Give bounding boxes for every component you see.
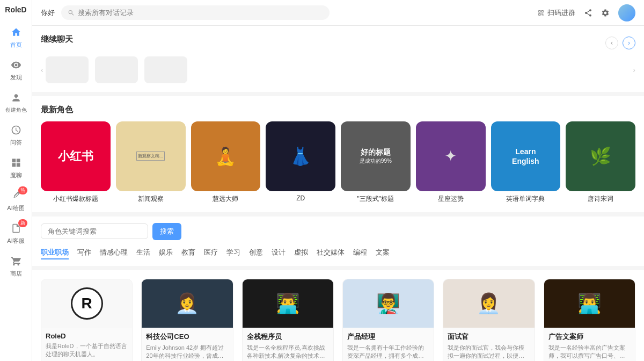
tag-entertainment[interactable]: 娱乐 (159, 247, 173, 259)
sidebar-item-discover[interactable]: 发现 (0, 53, 32, 86)
tag-medical[interactable]: 医疗 (204, 247, 218, 259)
continue-chat-title: 继续聊天 (41, 34, 73, 45)
settings-btn[interactable] (601, 9, 610, 17)
sidebar-home-label: 首页 (10, 41, 22, 49)
char-name: 星座运势 (416, 194, 486, 204)
sidebar-item-magic[interactable]: 魔聊 (0, 151, 32, 184)
char-card-english[interactable]: LearnEnglish 英语单词字典 (491, 121, 561, 204)
char-card-interviewer[interactable]: 👩‍💼 面试官 我是你的面试官，我会与你模拟一遍你的面试过程，以便你更好的...… (443, 279, 535, 361)
scroll-left[interactable]: ‹ (41, 66, 43, 74)
scan-icon (537, 9, 545, 17)
person-icon (9, 90, 24, 105)
greeting-text: 你好 (41, 8, 55, 18)
char-name: ZD (266, 194, 335, 202)
header: 你好 扫码进群 (32, 0, 644, 26)
char-card-ad-writer[interactable]: 👨‍💻 广告文案师 我是一名经验丰富的广告文案师，我可以撰写广告口号、标语、宣.… (544, 279, 635, 361)
char-card-product-mgr[interactable]: 👨‍🏫 产品经理 我是一名拥有十年工作经验的资深产品经理，拥有多个成功产品经..… (342, 279, 434, 361)
sidebar-service-label: AI客服 (7, 237, 24, 245)
settings-icon (601, 9, 610, 17)
tag-creative[interactable]: 创意 (249, 247, 263, 259)
latest-chars-section: 最新角色 小红书 小红书爆款标题 新观察文稿... 新闻观察 (32, 96, 644, 212)
card-desc: 我是一名经验丰富的广告文案师，我可以撰写广告口号、标语、宣... (548, 344, 631, 360)
chat-item[interactable] (144, 56, 187, 83)
filter-section: 搜索 职业职场 写作 情感心理 生活 娱乐 教育 医疗 学习 创意 设计 虚拟 … (32, 216, 644, 266)
home-icon (9, 25, 24, 40)
filter-search-button[interactable]: 搜索 (152, 223, 181, 240)
card-desc: Emily Johnson 42岁 拥有超过20年的科技行业经验，曾成功领导多.… (146, 344, 228, 360)
scan-label: 扫码进群 (547, 8, 575, 18)
search-bar[interactable] (61, 5, 330, 20)
char-name: 唐诗宋词 (566, 194, 635, 204)
tag-emotion[interactable]: 情感心理 (100, 247, 128, 259)
card-desc: 我是一名全栈程序员,喜欢挑战各种新技术,解决复杂的技术问题，... (247, 344, 329, 360)
tag-learning[interactable]: 学习 (226, 247, 240, 259)
card-desc: 我是RoleD，一个基于自然语言处理的聊天机器人。 (46, 342, 128, 359)
scan-btn[interactable]: 扫码进群 (537, 8, 575, 18)
continue-chat-section: 继续聊天 ‹ › ‹ › (32, 26, 644, 92)
search-icon (68, 9, 75, 17)
scroll-right[interactable]: › (633, 66, 635, 74)
latest-chars-title: 最新角色 (41, 105, 73, 114)
sidebar-discover-label: 发现 (10, 74, 22, 82)
tag-education[interactable]: 教育 (181, 247, 195, 259)
sidebar-item-qa[interactable]: 问答 (0, 118, 32, 151)
eye-icon (9, 57, 24, 73)
char-card-poetry[interactable]: 🌿 唐诗宋词 (566, 121, 635, 204)
card-desc: 我是一名拥有十年工作经验的资深产品经理，拥有多个成功产品经... (347, 344, 429, 360)
card-name: 产品经理 (347, 332, 429, 342)
sidebar-magic-label: 魔聊 (10, 171, 22, 179)
sidebar-item-shop[interactable]: 商店 (0, 249, 32, 282)
char-card-news[interactable]: 新观察文稿... 新闻观察 (116, 121, 186, 204)
chars-row: 小红书 小红书爆款标题 新观察文稿... 新闻观察 🧘 (41, 121, 635, 204)
char-card-full-stack[interactable]: 👨‍💻 全栈程序员 我是一名全栈程序员,喜欢挑战各种新技术,解决复杂的技术问题，… (242, 279, 334, 361)
clock-icon (9, 122, 24, 138)
sidebar-draw-label: AI绘图 (7, 204, 24, 212)
share-btn[interactable] (584, 9, 592, 17)
filter-tags: 职业职场 写作 情感心理 生活 娱乐 教育 医疗 学习 创意 设计 虚拟 社交媒… (41, 247, 635, 259)
sidebar-item-ai-service[interactable]: 新 AI客服 (0, 216, 32, 249)
card-name: 科技公司CEO (146, 332, 228, 342)
sidebar-item-home[interactable]: 首页 (0, 20, 32, 53)
char-grid: R RoleD 我是RoleD，一个基于自然语言处理的聊天机器人。 @RoleD… (32, 270, 644, 361)
next-arrow[interactable]: › (623, 37, 635, 49)
chat-item[interactable] (95, 56, 138, 83)
hot-badge: 热 (18, 186, 27, 194)
search-input[interactable] (78, 9, 323, 17)
share-icon (584, 9, 592, 17)
nav-arrows: ‹ › (605, 37, 635, 49)
chat-item[interactable] (46, 56, 89, 83)
sidebar: RoleD 首页 发现 创建角色 问答 魔聊 热 AI绘图 (0, 0, 32, 361)
card-name: RoleD (46, 332, 128, 340)
tag-copywriting[interactable]: 文案 (376, 247, 390, 259)
char-card-zd[interactable]: 👗 ZD (266, 121, 335, 204)
sidebar-qa-label: 问答 (10, 139, 22, 147)
content-area: 继续聊天 ‹ › ‹ › 最新角色 (32, 26, 644, 361)
card-name: 面试官 (448, 332, 530, 342)
char-card-master[interactable]: 🧘 慧远大师 (191, 121, 261, 204)
char-card-horoscope[interactable]: ✦ 星座运势 (416, 121, 486, 204)
char-card-roled[interactable]: R RoleD 我是RoleD，一个基于自然语言处理的聊天机器人。 @RoleD… (41, 279, 133, 361)
sidebar-item-ai-draw[interactable]: 热 AI绘图 (0, 184, 32, 216)
shop-icon (9, 254, 24, 269)
header-actions: 扫码进群 (537, 4, 635, 21)
tag-career[interactable]: 职业职场 (41, 247, 69, 259)
char-card-tech-ceo[interactable]: 👩‍💼 科技公司CEO Emily Johnson 42岁 拥有超过20年的科技… (141, 279, 233, 361)
char-name: 慧远大师 (191, 194, 261, 204)
tag-coding[interactable]: 编程 (353, 247, 367, 259)
card-name: 广告文案师 (548, 332, 631, 342)
sidebar-item-create[interactable]: 创建角色 (0, 86, 32, 118)
char-name: 新闻观察 (116, 194, 186, 204)
char-card-title3[interactable]: 好的标题 是成功的99% "三段式"标题 (341, 121, 411, 204)
grid-icon (9, 155, 24, 170)
tag-life[interactable]: 生活 (136, 247, 150, 259)
tag-design[interactable]: 设计 (272, 247, 286, 259)
filter-input[interactable] (41, 223, 148, 239)
tag-social[interactable]: 社交媒体 (317, 247, 345, 259)
prev-arrow[interactable]: ‹ (605, 37, 618, 49)
char-name: 小红书爆款标题 (41, 194, 111, 204)
avatar[interactable] (618, 4, 635, 21)
char-card-xiaohongshu[interactable]: 小红书 小红书爆款标题 (41, 121, 111, 204)
tag-virtual[interactable]: 虚拟 (294, 247, 308, 259)
tag-writing[interactable]: 写作 (77, 247, 91, 259)
chat-items (46, 56, 631, 83)
